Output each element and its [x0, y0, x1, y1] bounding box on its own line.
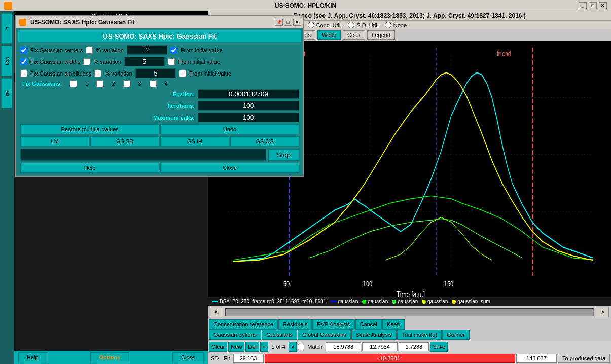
tab-global-gaussians[interactable]: Global Gaussians: [298, 330, 351, 340]
iterations-input[interactable]: [198, 101, 299, 111]
app-icon: [4, 2, 12, 10]
undo-btn[interactable]: Undo: [160, 124, 299, 134]
options-btn[interactable]: Options: [90, 352, 129, 362]
pct-variation-input3[interactable]: [135, 68, 176, 78]
width-btn[interactable]: Width: [317, 30, 341, 40]
dialog-title-controls[interactable]: 📌 □ ✕: [275, 19, 301, 26]
svg-text:50: 50: [283, 279, 290, 288]
pct-variation-label2: % variation: [93, 59, 121, 65]
tab-keep[interactable]: Keep: [382, 319, 405, 330]
dialog-pin-btn[interactable]: 📌: [275, 19, 283, 26]
dialog-close-btn2[interactable]: Close: [160, 163, 299, 173]
legend-label-0: BSA_20_280_frame-rp0_28111697_ts10_8681: [220, 299, 326, 304]
pct-variation-input2[interactable]: [124, 57, 165, 66]
scroll-next-btn[interactable]: >: [596, 307, 609, 317]
clear-btn[interactable]: Clear: [209, 342, 227, 352]
from-initial-checkbox3[interactable]: [179, 70, 186, 77]
window-controls[interactable]: _ □ ✕: [579, 2, 607, 9]
gauss-val1[interactable]: [326, 342, 361, 351]
legend-item-1: gaussian: [330, 299, 358, 304]
tab-gaussian-options[interactable]: Gaussian options: [209, 330, 261, 340]
gaussian-fit-dialog: US-SOMO: SAXS Hplc: Gaussian Fit 📌 □ ✕ U…: [15, 15, 304, 177]
new-btn[interactable]: New: [228, 342, 244, 352]
tab-pvp-analysis[interactable]: PVP Analysis: [312, 319, 354, 330]
none-radio[interactable]: None: [385, 22, 407, 28]
max-calls-input[interactable]: [198, 113, 299, 122]
epsilon-input[interactable]: [198, 89, 299, 99]
scroll-prev-btn[interactable]: <: [210, 307, 223, 317]
from-initial-checkbox2[interactable]: [168, 58, 175, 65]
close-window-btn[interactable]: ✕: [599, 2, 607, 9]
gauss-val2[interactable]: [362, 342, 398, 351]
minimize-btn[interactable]: _: [579, 2, 587, 9]
dialog-title-bar: US-SOMO: SAXS Hplc: Gaussian Fit 📌 □ ✕: [16, 16, 303, 28]
dialog-close-btn[interactable]: ✕: [293, 19, 301, 26]
sidebar-ma-btn[interactable]: Ma: [1, 78, 12, 108]
fix-gauss-1-checkbox[interactable]: [70, 80, 77, 87]
maximize-btn[interactable]: □: [589, 2, 597, 9]
sidebar-l-btn[interactable]: L: [1, 13, 12, 44]
left-sidebar: L Con Ma: [0, 11, 14, 364]
max-calls-label: Maximum calls:: [20, 115, 195, 121]
fix-gauss-4-checkbox[interactable]: [150, 80, 157, 87]
gs-ih-btn[interactable]: GS IH: [160, 136, 229, 147]
fix-gauss-2-checkbox[interactable]: [96, 80, 103, 87]
help-close-row: Help Close: [18, 162, 301, 174]
sidebar-con-btn[interactable]: Con: [1, 46, 12, 76]
match-checkbox[interactable]: [298, 344, 304, 350]
iterations-label: Iterations:: [20, 103, 195, 109]
fix-centers-checkbox[interactable]: [20, 47, 27, 54]
conc-util-radio[interactable]: Conc. Util.: [308, 22, 342, 28]
tab-gaussians[interactable]: Gaussians: [262, 330, 297, 340]
restore-undo-row: Restore to initial values Undo: [18, 123, 301, 135]
white-value: 148.037: [516, 354, 557, 363]
red-value: 10.8681: [265, 354, 515, 363]
gauss-save-btn[interactable]: Save: [430, 342, 448, 352]
help-btn[interactable]: Help: [18, 352, 47, 362]
gs-cg-btn[interactable]: GS CG: [230, 136, 299, 147]
record-label: 1 of 4: [269, 344, 287, 350]
tab-scale-analysis[interactable]: Scale Analysis: [351, 330, 397, 340]
tab-cancel[interactable]: Cancel: [355, 319, 382, 330]
to-produced-btn[interactable]: To produced data: [558, 354, 610, 363]
pct-variation-input1[interactable]: [127, 45, 167, 55]
stop-row: Stop: [18, 148, 301, 162]
del-btn[interactable]: Del: [245, 342, 259, 352]
pct-variation-checkbox3[interactable]: [94, 70, 101, 77]
from-initial-label2: From initial value: [178, 59, 220, 65]
fix-gaussians-label: Fix Gaussians:: [22, 81, 62, 87]
tab-residuals[interactable]: Residuals: [278, 319, 312, 330]
tab-guinier[interactable]: Guinier: [442, 330, 469, 340]
dialog-maximize-btn[interactable]: □: [284, 19, 292, 26]
color-btn[interactable]: Color: [343, 30, 365, 40]
legend-label-2: gaussian: [368, 299, 388, 304]
scroll-bar: < >: [208, 306, 611, 318]
gauss-val3[interactable]: [399, 342, 429, 351]
fix-centers-label: Fix Gaussian centers: [30, 47, 83, 53]
fix-gaussians-row: Fix Gaussians: 1 2 3 4: [18, 79, 301, 88]
tab-row2: Gaussian options Gaussians Global Gaussi…: [208, 330, 611, 341]
tab-concentration-reference[interactable]: Concentration reference: [209, 319, 278, 330]
gauss-prev-btn[interactable]: <: [260, 342, 268, 352]
from-initial-checkbox1[interactable]: [170, 47, 177, 54]
fix-amplitudes-checkbox[interactable]: [20, 70, 27, 77]
fix-amplitudes-row: Fix Gaussian amplitudes % variation From…: [18, 67, 301, 79]
tab-trial-make[interactable]: Trial make I(q): [397, 330, 442, 340]
stop-input[interactable]: [20, 149, 266, 161]
fix-widths-checkbox[interactable]: [20, 58, 27, 65]
fix-gauss-3-checkbox[interactable]: [123, 80, 130, 87]
lm-btn[interactable]: LM: [20, 136, 89, 147]
stop-btn[interactable]: Stop: [268, 149, 299, 161]
close-btn[interactable]: Close: [172, 352, 204, 362]
gauss-next-btn[interactable]: >: [289, 342, 297, 352]
fix-amplitudes-label: Fix Gaussian amplitudes: [30, 70, 91, 77]
restore-btn[interactable]: Restore to initial values: [20, 124, 159, 134]
sd-util-radio[interactable]: S.D. Util.: [348, 22, 378, 28]
scroll-track[interactable]: [225, 308, 594, 316]
fit-value: 29.163: [233, 354, 264, 363]
gs-sd-btn[interactable]: GS SD: [90, 136, 159, 147]
dialog-help-btn[interactable]: Help: [20, 163, 159, 173]
pct-variation-checkbox2[interactable]: [83, 58, 90, 65]
legend-btn[interactable]: Legend: [367, 30, 395, 40]
pct-variation-checkbox1[interactable]: [86, 47, 93, 54]
